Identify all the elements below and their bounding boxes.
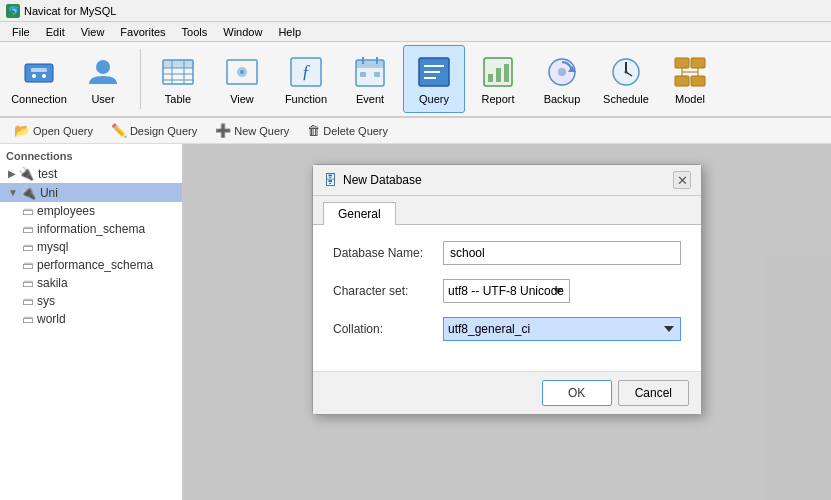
backup-icon	[543, 53, 581, 91]
delete-query-icon: 🗑	[307, 123, 320, 138]
svg-point-37	[625, 71, 628, 74]
design-query-button[interactable]: ✏️ Design Query	[103, 121, 205, 140]
tool-schedule-label: Schedule	[603, 93, 649, 105]
menu-help[interactable]: Help	[270, 24, 309, 40]
menu-view[interactable]: View	[73, 24, 113, 40]
tool-connection[interactable]: Connection	[8, 45, 70, 113]
modal-body: Database Name: Character set: utf8 -- UT…	[313, 225, 701, 371]
app-icon: 🐬	[6, 4, 20, 18]
sidebar-label-employees: employees	[37, 204, 95, 218]
design-query-icon: ✏️	[111, 123, 127, 138]
modal-overlay: 🗄 New Database ✕ General Database Name:	[183, 144, 831, 500]
menu-tools[interactable]: Tools	[174, 24, 216, 40]
collation-select[interactable]: utf8_general_ci utf8_bin utf8_unicode_ci…	[443, 317, 681, 341]
connection-icon	[20, 53, 58, 91]
new-query-button[interactable]: ➕ New Query	[207, 121, 297, 140]
svg-rect-21	[360, 72, 366, 77]
delete-query-button[interactable]: 🗑 Delete Query	[299, 121, 396, 140]
new-database-dialog: 🗄 New Database ✕ General Database Name:	[312, 164, 702, 415]
svg-text:ƒ: ƒ	[302, 62, 311, 82]
tree-arrow-uni: ▼	[8, 187, 18, 198]
svg-rect-11	[163, 60, 193, 68]
sidebar-item-world[interactable]: 🗃 world	[0, 310, 182, 328]
connections-header: Connections	[0, 148, 182, 164]
schedule-icon	[607, 53, 645, 91]
open-query-button[interactable]: 📂 Open Query	[6, 121, 101, 140]
ok-button[interactable]: OK	[542, 380, 612, 406]
modal-footer: OK Cancel	[313, 371, 701, 414]
db-icon-world: 🗃	[22, 313, 33, 325]
svg-point-3	[42, 74, 46, 78]
sidebar-item-sys[interactable]: 🗃 sys	[0, 292, 182, 310]
sidebar-label-sakila: sakila	[37, 276, 68, 290]
sidebar-item-performance-schema[interactable]: 🗃 performance_schema	[0, 256, 182, 274]
tool-event-label: Event	[356, 93, 384, 105]
sidebar-item-uni[interactable]: ▼ 🔌 Uni	[0, 183, 182, 202]
tool-view-label: View	[230, 93, 254, 105]
tool-event[interactable]: Event	[339, 45, 401, 113]
sidebar-item-employees[interactable]: 🗃 employees	[0, 202, 182, 220]
event-icon	[351, 53, 389, 91]
tool-user-label: User	[91, 93, 114, 105]
svg-rect-30	[504, 64, 509, 82]
model-icon	[671, 53, 709, 91]
svg-rect-28	[488, 74, 493, 82]
tool-report[interactable]: Report	[467, 45, 529, 113]
character-set-label: Character set:	[333, 284, 443, 298]
form-row-collation: Collation: utf8_general_ci utf8_bin utf8…	[333, 317, 681, 341]
toolbar-separator-1	[140, 49, 141, 109]
svg-point-2	[32, 74, 36, 78]
menu-file[interactable]: File	[4, 24, 38, 40]
menu-bar: File Edit View Favorites Tools Window He…	[0, 22, 831, 42]
menu-window[interactable]: Window	[215, 24, 270, 40]
svg-rect-39	[691, 58, 705, 68]
svg-rect-18	[356, 60, 384, 68]
sidebar-label-world: world	[37, 312, 66, 326]
sidebar-label-information-schema: information_schema	[37, 222, 145, 236]
tool-backup[interactable]: Backup	[531, 45, 593, 113]
database-name-input[interactable]	[443, 241, 681, 265]
collation-wrapper: utf8_general_ci utf8_bin utf8_unicode_ci…	[443, 317, 681, 341]
user-icon	[84, 53, 122, 91]
cancel-button[interactable]: Cancel	[618, 380, 689, 406]
tool-user[interactable]: User	[72, 45, 134, 113]
content-area: 🗄 New Database ✕ General Database Name:	[183, 144, 831, 500]
connection-icon-uni: 🔌	[20, 185, 36, 200]
tool-table[interactable]: Table	[147, 45, 209, 113]
tool-query-label: Query	[419, 93, 449, 105]
svg-rect-29	[496, 68, 501, 82]
svg-rect-0	[25, 64, 53, 82]
svg-rect-40	[675, 76, 689, 86]
menu-favorites[interactable]: Favorites	[112, 24, 173, 40]
modal-close-button[interactable]: ✕	[673, 171, 691, 189]
svg-point-14	[240, 70, 244, 74]
app-title: Navicat for MySQL	[24, 5, 116, 17]
tool-query[interactable]: Query	[403, 45, 465, 113]
sidebar-label-sys: sys	[37, 294, 55, 308]
tree-arrow-test: ▶	[8, 168, 16, 179]
tool-model[interactable]: Model	[659, 45, 721, 113]
sidebar-label-uni: Uni	[40, 186, 58, 200]
svg-rect-1	[31, 68, 47, 72]
modal-tabs: General	[313, 196, 701, 225]
sidebar-item-test[interactable]: ▶ 🔌 test	[0, 164, 182, 183]
menu-edit[interactable]: Edit	[38, 24, 73, 40]
database-name-label: Database Name:	[333, 246, 443, 260]
tool-schedule[interactable]: Schedule	[595, 45, 657, 113]
form-row-database-name: Database Name:	[333, 241, 681, 265]
svg-point-33	[558, 68, 566, 76]
svg-rect-41	[691, 76, 705, 86]
tool-report-label: Report	[481, 93, 514, 105]
tool-function[interactable]: ƒ Function	[275, 45, 337, 113]
db-icon-performance-schema: 🗃	[22, 259, 33, 271]
sidebar-item-sakila[interactable]: 🗃 sakila	[0, 274, 182, 292]
modal-title-bar: 🗄 New Database ✕	[313, 165, 701, 196]
modal-title-icon: 🗄	[323, 172, 337, 188]
db-icon-sys: 🗃	[22, 295, 33, 307]
action-bar: 📂 Open Query ✏️ Design Query ➕ New Query…	[0, 118, 831, 144]
modal-tab-general[interactable]: General	[323, 202, 396, 225]
sidebar-item-information-schema[interactable]: 🗃 information_schema	[0, 220, 182, 238]
tool-view[interactable]: View	[211, 45, 273, 113]
character-set-select[interactable]: utf8 -- UTF-8 Unicode latin1 utf16 utf32…	[443, 279, 570, 303]
sidebar-item-mysql[interactable]: 🗃 mysql	[0, 238, 182, 256]
